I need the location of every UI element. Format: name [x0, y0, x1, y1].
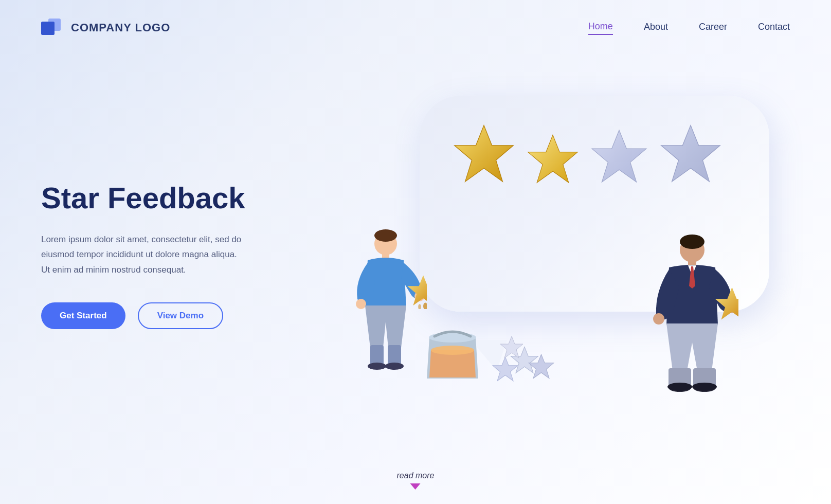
svg-point-20	[431, 346, 474, 355]
svg-rect-2	[41, 22, 55, 35]
star-gold-2	[525, 132, 581, 188]
nav-links: Home About Career Contact	[588, 21, 790, 35]
svg-point-18	[385, 363, 404, 370]
svg-point-28	[653, 313, 664, 325]
svg-point-8	[374, 229, 397, 242]
svg-point-17	[368, 363, 386, 370]
stars-pile-illustration	[489, 325, 561, 386]
logo-text: COMPANY LOGO	[71, 21, 170, 34]
svg-marker-4	[528, 135, 578, 183]
hero-left: Star Feedback Lorem ipsum dolor sit amet…	[41, 181, 288, 329]
svg-point-26	[680, 235, 704, 249]
svg-point-35	[667, 383, 692, 391]
svg-marker-6	[661, 125, 720, 182]
star-ghost-2	[657, 121, 724, 188]
nav-about[interactable]: About	[644, 22, 668, 34]
hero-description: Lorem ipsum dolor sit amet, consectetur …	[41, 232, 247, 278]
read-more-label: read more	[397, 471, 435, 480]
navbar: COMPANY LOGO Home About Career Contact	[0, 0, 831, 39]
nav-career[interactable]: Career	[699, 22, 727, 34]
star-ghost-1	[588, 127, 650, 188]
svg-point-14	[418, 304, 421, 310]
nav-contact[interactable]: Contact	[758, 22, 790, 34]
nav-home[interactable]: Home	[588, 21, 613, 35]
read-more-section[interactable]: read more	[397, 471, 435, 490]
svg-marker-5	[592, 130, 646, 182]
svg-point-10	[356, 299, 366, 309]
hero-section: Star Feedback Lorem ipsum dolor sit amet…	[0, 39, 831, 440]
logo-icon	[41, 16, 64, 39]
svg-point-19	[429, 332, 476, 343]
person1-illustration	[345, 224, 427, 384]
logo-area: COMPANY LOGO	[41, 16, 170, 39]
svg-marker-3	[455, 125, 513, 182]
page-wrapper: COMPANY LOGO Home About Career Contact S…	[0, 0, 831, 504]
person2-illustration	[646, 229, 738, 404]
hero-illustration	[288, 75, 790, 435]
hero-buttons: Get Started View Demo	[41, 302, 288, 329]
bucket-illustration	[422, 327, 483, 384]
svg-point-13	[423, 302, 427, 310]
hero-title: Star Feedback	[41, 181, 288, 215]
star-gold-1	[450, 121, 517, 188]
view-demo-button[interactable]: View Demo	[138, 302, 223, 329]
svg-point-36	[692, 383, 717, 391]
chevron-down-icon	[410, 483, 421, 490]
get-started-button[interactable]: Get Started	[41, 302, 125, 329]
svg-marker-24	[500, 336, 523, 358]
svg-marker-21	[493, 357, 517, 381]
